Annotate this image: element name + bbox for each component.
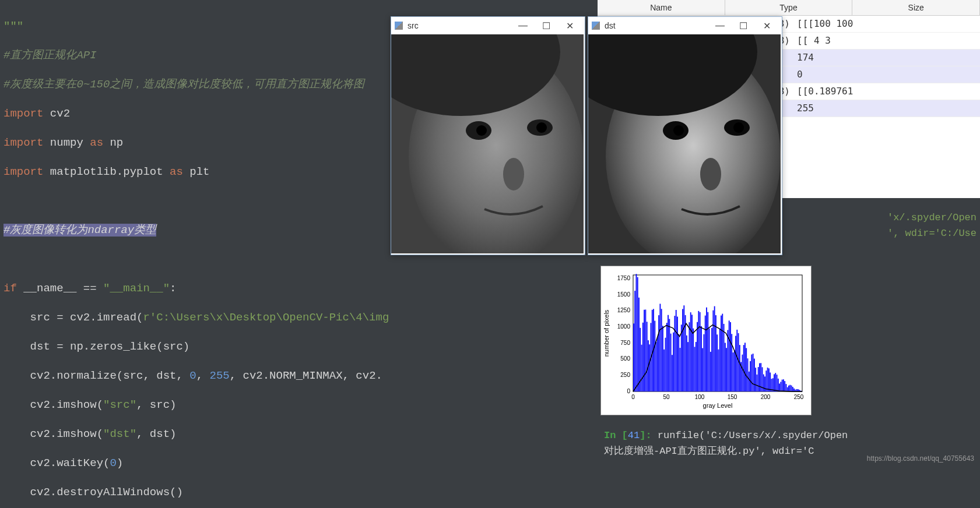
svg-rect-34	[657, 337, 658, 391]
code-kw: as	[170, 165, 183, 178]
maximize-button[interactable]: ☐	[535, 20, 558, 31]
col-name[interactable]: Name	[598, 0, 725, 15]
svg-rect-65	[698, 311, 699, 391]
var-header: Name Type Size	[598, 0, 980, 16]
code-comment: #直方图正规化API	[3, 49, 97, 62]
svg-rect-0	[601, 266, 811, 415]
svg-rect-122	[774, 374, 775, 391]
svg-rect-19	[637, 277, 638, 391]
app-icon	[395, 22, 403, 30]
svg-rect-111	[759, 363, 760, 391]
minimize-button[interactable]: —	[511, 20, 535, 31]
window-title: dst	[605, 21, 616, 30]
svg-rect-24	[644, 310, 645, 391]
svg-rect-126	[779, 383, 780, 391]
svg-rect-58	[689, 322, 690, 391]
svg-rect-118	[768, 368, 770, 391]
svg-rect-76	[712, 311, 714, 391]
svg-rect-53	[682, 309, 683, 391]
svg-rect-50	[678, 334, 679, 391]
titlebar-dst[interactable]: dst — ☐ ✕	[588, 17, 782, 34]
svg-rect-117	[767, 368, 768, 391]
svg-point-149	[476, 125, 487, 136]
svg-rect-43	[669, 319, 670, 391]
col-type[interactable]: Type	[725, 0, 853, 15]
code-kw: if	[3, 282, 17, 295]
titlebar-src[interactable]: src — ☐ ✕	[391, 17, 585, 34]
svg-rect-73	[709, 329, 710, 391]
svg-rect-96	[739, 345, 740, 391]
close-button[interactable]: ✕	[558, 20, 581, 31]
svg-rect-127	[780, 382, 781, 391]
svg-rect-52	[681, 324, 682, 391]
window-src[interactable]: src — ☐ ✕	[391, 16, 585, 255]
svg-text:1250: 1250	[617, 307, 631, 313]
svg-rect-39	[663, 350, 665, 391]
code-text: matplotlib.pyplot	[43, 165, 170, 178]
svg-rect-48	[676, 310, 677, 391]
svg-rect-100	[744, 343, 746, 391]
svg-rect-101	[746, 348, 747, 391]
svg-rect-125	[778, 379, 779, 391]
svg-rect-61	[693, 329, 694, 391]
svg-rect-71	[706, 308, 707, 391]
svg-rect-123	[775, 373, 776, 391]
svg-rect-93	[735, 336, 736, 391]
image-src	[391, 34, 584, 253]
svg-rect-46	[673, 333, 674, 391]
histogram-plot: 0 250 500 750 1000 1250 1500 1750 0 50 1…	[600, 266, 812, 415]
col-size[interactable]: Size	[852, 0, 980, 15]
console-input-line: In [41]: runfile('C:/Users/x/.spyder/Ope…	[600, 428, 980, 443]
svg-text:1000: 1000	[617, 323, 631, 330]
watermark: https://blog.csdn.net/qq_40755643	[867, 454, 974, 463]
svg-rect-38	[662, 326, 663, 391]
svg-rect-87	[727, 330, 728, 391]
svg-rect-20	[638, 298, 640, 391]
svg-rect-16	[633, 323, 634, 391]
code-text: cv2	[43, 107, 70, 120]
svg-rect-28	[649, 344, 650, 391]
svg-rect-51	[680, 348, 681, 391]
svg-rect-56	[686, 336, 687, 391]
svg-rect-30	[652, 310, 653, 391]
svg-rect-36	[659, 304, 661, 391]
svg-rect-75	[711, 328, 712, 391]
svg-rect-130	[784, 381, 785, 391]
svg-rect-116	[765, 371, 767, 391]
svg-rect-136	[792, 387, 793, 391]
svg-rect-107	[754, 359, 755, 391]
close-button[interactable]: ✕	[755, 20, 778, 31]
minimize-button[interactable]: —	[708, 20, 732, 31]
svg-rect-128	[782, 380, 783, 391]
svg-rect-77	[714, 306, 715, 391]
svg-rect-134	[789, 385, 791, 391]
svg-rect-67	[701, 326, 702, 391]
svg-rect-92	[734, 350, 735, 391]
svg-rect-133	[788, 386, 789, 391]
svg-rect-57	[687, 342, 689, 391]
svg-rect-86	[726, 348, 727, 391]
ylabel: number of pixels	[603, 309, 610, 357]
svg-point-157	[673, 125, 684, 136]
svg-rect-94	[736, 330, 737, 391]
svg-rect-79	[716, 334, 718, 391]
svg-rect-104	[750, 361, 751, 391]
svg-text:0: 0	[631, 394, 635, 400]
app-icon	[592, 22, 600, 30]
svg-text:50: 50	[663, 394, 670, 400]
svg-rect-129	[783, 379, 784, 391]
svg-rect-40	[665, 338, 666, 391]
svg-rect-85	[725, 343, 726, 391]
code-kw: import	[3, 136, 43, 149]
svg-rect-105	[751, 354, 752, 391]
svg-rect-35	[658, 315, 659, 391]
svg-rect-70	[705, 316, 706, 391]
svg-rect-119	[770, 372, 771, 391]
window-dst[interactable]: dst — ☐ ✕	[588, 16, 782, 255]
svg-rect-25	[645, 309, 646, 391]
svg-rect-109	[757, 375, 758, 391]
svg-rect-110	[758, 367, 759, 391]
svg-rect-99	[743, 345, 744, 391]
maximize-button[interactable]: ☐	[732, 20, 755, 31]
svg-rect-64	[697, 322, 698, 391]
